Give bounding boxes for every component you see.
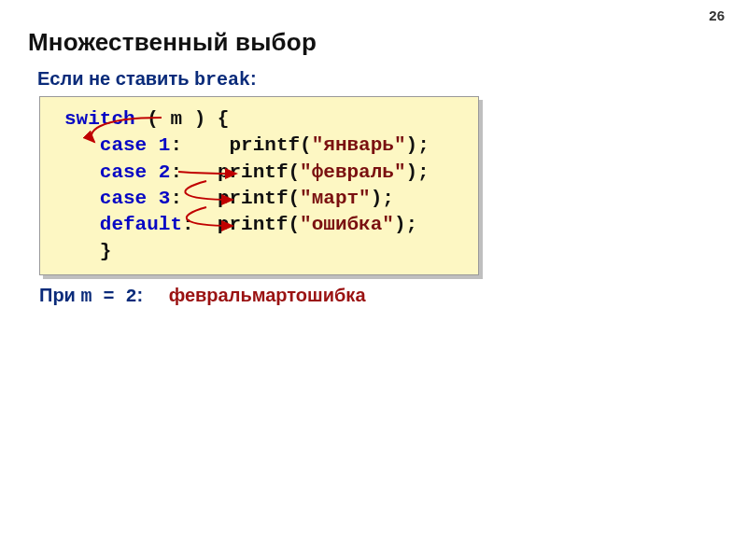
result-output: февральмартошибка [169, 285, 366, 305]
break-keyword: break [194, 69, 250, 91]
m-equals: m = 2 [80, 286, 136, 307]
kw-case-1: case [100, 134, 147, 156]
kw-case-3: case [100, 188, 147, 209]
kw-default: default [100, 214, 182, 235]
code-container: switch ( m ) { case 1: printf("январь");… [39, 96, 479, 275]
kw-switch: switch [64, 108, 135, 130]
subtitle-prefix: Если не ставить [37, 68, 194, 89]
slide-content: Множественный выбор Если не ставить brea… [0, 0, 747, 307]
result-colon: : [136, 285, 143, 305]
subtitle: Если не ставить break: [28, 68, 719, 91]
result-prefix: При [39, 285, 80, 305]
subtitle-suffix: : [250, 68, 257, 89]
result-line: При m = 2: февральмартошибка [28, 285, 719, 307]
page-number: 26 [709, 7, 725, 23]
code-block: switch ( m ) { case 1: printf("январь");… [39, 96, 479, 275]
kw-case-2: case [100, 161, 147, 183]
page-title: Множественный выбор [28, 28, 719, 57]
